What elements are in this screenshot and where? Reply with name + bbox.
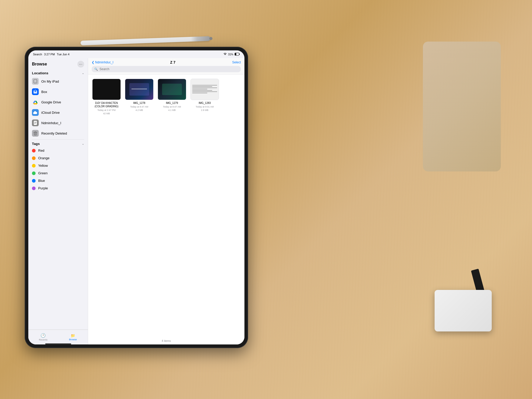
file-meta: Today at 8:47 AM4.2 MB [130,105,148,112]
files-grid: DẤY DA KHACTEN(COLOR GRADING) Today at 2… [88,75,244,337]
ipad-device: Search 3:27 PM Tue Jun 4 31% [25,47,248,348]
blue-tag-dot [32,179,36,183]
icloud-icon [32,109,39,116]
file-item[interactable]: IMG_1279 Today at 8:47 AM4.1 MB [158,79,186,115]
sidebar-item-tag-yellow[interactable]: Yellow [28,162,88,169]
home-bar [45,343,71,344]
ellipsis-icon: ··· [79,62,82,66]
google-drive-label: Google Drive [41,100,61,104]
back-button[interactable]: ❮ Ndminhduc_I [92,61,114,64]
sidebar-item-ndminhduc[interactable]: Ndminhduc_I [28,118,88,128]
file-meta: Today at 2:47 PM42 MB [97,109,116,115]
file-thumbnail [125,79,154,100]
tab-bar: 🕐 Recents 📁 Browse [28,330,88,343]
fabric-cloth [423,42,501,171]
sidebar-menu-button[interactable]: ··· [77,61,84,68]
back-chevron-icon: ❮ [92,61,94,64]
svg-rect-6 [35,91,36,92]
file-item[interactable]: IMG_1278 Today at 8:47 AM4.2 MB [125,79,154,115]
browse-icon: 📁 [71,334,75,338]
tags-chevron-icon: ⌄ [82,142,84,145]
status-date: Tue Jun 4 [57,53,70,56]
file-thumbnail [92,79,121,100]
green-tag-label: Green [38,171,48,175]
file-item[interactable]: DẤY DA KHACTEN(COLOR GRADING) Today at 2… [92,79,121,115]
home-indicator [28,343,88,344]
main-content: ❮ Ndminhduc_I Z 7 Select 🔍 [88,58,244,344]
folder-title: Z 7 [170,60,175,64]
svg-rect-8 [34,122,36,122]
svg-rect-9 [34,123,36,123]
purple-tag-dot [32,187,36,190]
browse-label: Browse [69,338,77,341]
sidebar-item-on-my-ipad[interactable]: On My iPad [28,76,88,87]
tab-browse[interactable]: 📁 Browse [58,332,88,341]
sidebar-item-google-drive[interactable]: Google Drive [28,97,88,107]
search-input[interactable] [99,67,238,71]
orange-tag-label: Orange [38,156,49,160]
trash-icon [32,130,39,137]
drive-icon [32,119,39,126]
sidebar-header: Browse ··· [28,58,88,69]
google-drive-icon [32,99,39,105]
locations-chevron-icon: ⌄ [82,71,84,75]
blue-tag-label: Blue [38,179,45,183]
status-search: Search [33,53,42,56]
box-icon [32,88,39,95]
select-button[interactable]: Select [232,61,241,64]
yellow-tag-label: Yellow [38,164,48,168]
file-name: DẤY DA KHACTEN(COLOR GRADING) [95,101,118,108]
recently-deleted-label: Recently Deleted [41,131,67,135]
search-icon: 🔍 [94,68,98,71]
orange-tag-dot [32,156,36,160]
main-header: ❮ Ndminhduc_I Z 7 Select 🔍 [88,58,244,75]
tags-label: Tags [32,142,40,146]
locations-label: Locations [32,71,48,75]
sidebar-item-tag-orange[interactable]: Orange [28,154,88,162]
search-bar[interactable]: 🔍 [92,66,241,72]
battery-icon [235,53,240,56]
back-label: Ndminhduc_I [95,61,114,64]
file-name: IMG_1283 [199,101,211,105]
ndminhduc-label: Ndminhduc_I [41,121,61,125]
ipad-icon [32,78,39,85]
file-thumbnail [190,79,219,100]
on-my-ipad-label: On My iPad [41,79,59,83]
battery-pct: 31% [228,53,233,56]
tags-section-header[interactable]: Tags ⌄ [28,141,88,147]
red-tag-dot [32,149,36,152]
sidebar-item-tag-red[interactable]: Red [28,147,88,154]
recents-icon: 🕐 [41,333,46,338]
tab-recents[interactable]: 🕐 Recents [28,332,58,341]
svg-rect-2 [235,53,236,55]
svg-rect-1 [239,54,240,55]
svg-point-4 [35,82,36,83]
file-name: IMG_1278 [133,101,145,105]
icloud-drive-label: iCloud Drive [41,111,60,115]
sidebar-item-tag-green[interactable]: Green [28,169,88,177]
purple-tag-label: Purple [38,186,48,190]
recents-label: Recents [39,338,48,341]
status-time: 3:27 PM [44,53,55,56]
locations-section-header[interactable]: Locations ⌄ [28,69,88,76]
file-item[interactable]: IMG_1283 Today at 9:01 AM2.8 MB [190,79,219,115]
sidebar-item-tag-blue[interactable]: Blue [28,177,88,184]
sidebar-divider [32,139,84,140]
file-meta: Today at 8:47 AM4.1 MB [163,105,181,112]
sidebar-item-tag-purple[interactable]: Purple [28,184,88,192]
file-thumbnail [158,79,186,100]
ipad-screen: Search 3:27 PM Tue Jun 4 31% [28,50,244,344]
sidebar-item-icloud-drive[interactable]: iCloud Drive [28,107,88,118]
status-bar: Search 3:27 PM Tue Jun 4 31% [28,50,244,58]
file-name: IMG_1279 [166,101,178,105]
sidebar-item-box[interactable]: Box [28,87,88,97]
svg-rect-10 [34,123,36,124]
yellow-tag-dot [32,164,36,168]
sidebar-item-recently-deleted[interactable]: Recently Deleted [28,128,88,138]
sidebar: Browse ··· Locations ⌄ [28,58,88,344]
external-drive [435,290,492,331]
wifi-icon [223,53,227,56]
box-label: Box [41,90,47,94]
sidebar-title: Browse [32,62,47,66]
green-tag-dot [32,171,36,175]
